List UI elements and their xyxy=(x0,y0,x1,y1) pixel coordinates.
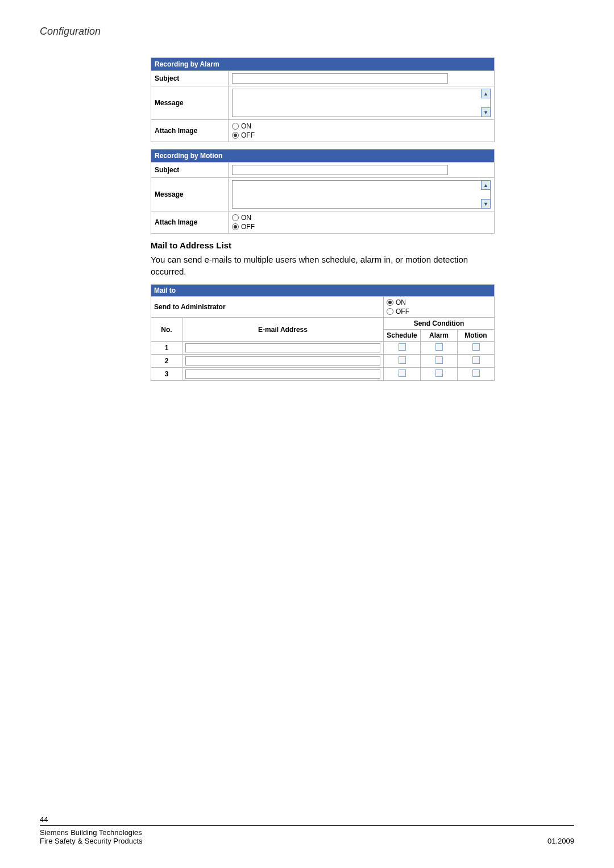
alarm-subject-label: Subject xyxy=(151,71,229,86)
email-input-3[interactable] xyxy=(185,369,380,379)
motion-checkbox-3[interactable] xyxy=(472,369,480,377)
send-admin-label: Send to Administrator xyxy=(151,297,384,318)
footer-line1: Siemens Building Technologies xyxy=(40,828,574,837)
col-motion: Motion xyxy=(458,330,495,342)
radio-label: ON xyxy=(241,214,251,222)
recording-by-motion-table: Recording by Motion Subject Message ▲ ▼ … xyxy=(151,149,495,234)
send-admin-on-radio[interactable]: ON xyxy=(387,298,491,306)
row-no: 1 xyxy=(151,342,182,355)
motion-attach-off-radio[interactable]: OFF xyxy=(232,223,491,231)
page-footer: 44 Siemens Building Technologies Fire Sa… xyxy=(40,815,574,845)
row-no: 3 xyxy=(151,368,182,381)
scroll-up-icon[interactable]: ▲ xyxy=(481,89,491,98)
motion-attach-on-radio[interactable]: ON xyxy=(232,214,491,222)
footer-line2-right: 01.2009 xyxy=(547,837,574,845)
page-title: Configuration xyxy=(40,26,574,38)
radio-label: OFF xyxy=(241,131,255,139)
radio-label: OFF xyxy=(396,308,409,315)
table-row: 2 xyxy=(151,355,495,368)
schedule-checkbox-3[interactable] xyxy=(399,369,406,377)
alarm-message-label: Message xyxy=(151,86,229,120)
page-number: 44 xyxy=(40,815,574,824)
radio-label: ON xyxy=(396,298,406,306)
alarm-subject-input[interactable] xyxy=(232,73,448,84)
scroll-up-icon[interactable]: ▲ xyxy=(481,180,491,190)
mail-to-description: You can send e-mails to multiple users w… xyxy=(151,254,495,277)
alarm-checkbox-3[interactable] xyxy=(435,369,443,377)
motion-checkbox-1[interactable] xyxy=(472,343,480,351)
send-admin-off-radio[interactable]: OFF xyxy=(387,308,491,315)
recording-by-alarm-header: Recording by Alarm xyxy=(151,58,495,71)
mail-to-table: Mail to Send to Administrator ON OFF No. xyxy=(151,284,495,381)
recording-by-alarm-table: Recording by Alarm Subject Message ▲ ▼ A… xyxy=(151,57,495,142)
col-alarm: Alarm xyxy=(421,330,458,342)
alarm-checkbox-1[interactable] xyxy=(435,343,443,351)
radio-label: OFF xyxy=(241,223,255,231)
col-email: E-mail Address xyxy=(182,318,384,342)
motion-message-textarea[interactable]: ▲ ▼ xyxy=(232,180,491,209)
alarm-attach-label: Attach Image xyxy=(151,120,229,142)
schedule-checkbox-1[interactable] xyxy=(399,343,406,351)
row-no: 2 xyxy=(151,355,182,368)
table-row: 3 xyxy=(151,368,495,381)
email-input-2[interactable] xyxy=(185,356,380,366)
email-input-1[interactable] xyxy=(185,343,380,352)
motion-checkbox-2[interactable] xyxy=(472,356,480,364)
schedule-checkbox-2[interactable] xyxy=(399,356,406,364)
motion-subject-label: Subject xyxy=(151,163,229,178)
table-row: 1 xyxy=(151,342,495,355)
alarm-checkbox-2[interactable] xyxy=(435,356,443,364)
scroll-down-icon[interactable]: ▼ xyxy=(481,107,491,117)
radio-label: ON xyxy=(241,122,251,130)
footer-line2-left: Fire Safety & Security Products xyxy=(40,837,143,845)
col-send-cond: Send Condition xyxy=(384,318,495,330)
col-schedule: Schedule xyxy=(384,330,421,342)
scroll-down-icon[interactable]: ▼ xyxy=(481,199,491,209)
col-no: No. xyxy=(151,318,182,342)
motion-attach-label: Attach Image xyxy=(151,211,229,234)
alarm-attach-on-radio[interactable]: ON xyxy=(232,122,491,130)
alarm-attach-off-radio[interactable]: OFF xyxy=(232,131,491,139)
motion-subject-input[interactable] xyxy=(232,165,448,175)
motion-message-label: Message xyxy=(151,178,229,211)
mail-to-heading: Mail to Address List xyxy=(151,240,495,250)
recording-by-motion-header: Recording by Motion xyxy=(151,149,495,163)
mail-to-header: Mail to xyxy=(151,285,495,297)
alarm-message-textarea[interactable]: ▲ ▼ xyxy=(232,89,491,117)
